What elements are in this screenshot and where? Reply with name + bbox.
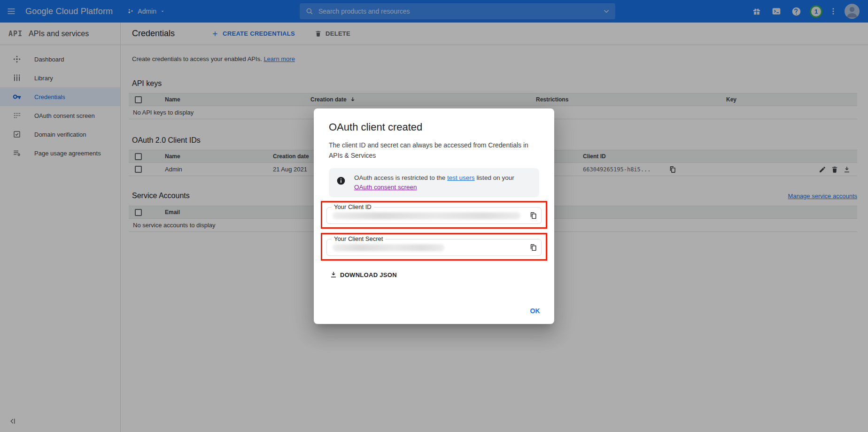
client-secret-label: Your Client Secret: [332, 235, 385, 242]
client-secret-value-redacted: [333, 244, 444, 251]
download-icon: [330, 271, 337, 278]
info-banner: OAuth access is restricted to the test u…: [329, 168, 539, 197]
info-text: OAuth access is restricted to the test u…: [354, 173, 533, 192]
dialog-title: OAuth client created: [329, 121, 539, 133]
info-icon: [336, 176, 346, 185]
client-id-label: Your Client ID: [332, 203, 374, 210]
copy-icon[interactable]: [529, 212, 537, 220]
oauth-consent-screen-link[interactable]: OAuth consent screen: [354, 184, 417, 191]
annotation-box-client-secret: Your Client Secret: [321, 233, 547, 261]
copy-icon[interactable]: [529, 244, 537, 252]
download-json-button[interactable]: DOWNLOAD JSON: [330, 271, 397, 278]
test-users-link[interactable]: test users: [447, 174, 475, 181]
oauth-client-created-dialog: OAuth client created The client ID and s…: [314, 108, 554, 324]
annotation-box-client-id: Your Client ID: [321, 201, 547, 229]
client-id-value-redacted: [333, 212, 520, 219]
client-secret-field[interactable]: Your Client Secret: [326, 239, 542, 256]
client-id-field[interactable]: Your Client ID: [326, 207, 542, 224]
dialog-body-text: The client ID and secret can always be a…: [329, 140, 541, 161]
ok-button[interactable]: OK: [530, 307, 540, 315]
gcp-console: Google Cloud Platform Admin: [0, 0, 868, 432]
